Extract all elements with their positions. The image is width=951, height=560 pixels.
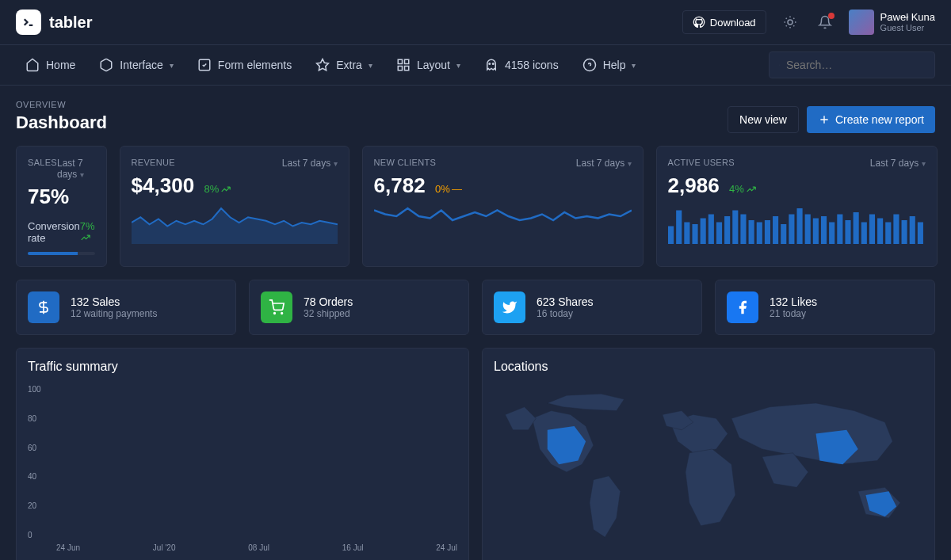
svg-rect-14 — [700, 219, 705, 245]
checkbox-icon — [197, 58, 212, 72]
kpi-label: NEW CLIENTS — [374, 158, 436, 167]
svg-rect-3 — [404, 59, 408, 63]
stat-sales-card[interactable]: 132 Sales12 waiting payments — [16, 280, 236, 335]
home-icon — [25, 58, 40, 72]
svg-point-6 — [489, 63, 491, 65]
kpi-label: ACTIVE USERS — [668, 158, 735, 167]
logo[interactable]: tabler — [16, 10, 92, 35]
svg-rect-34 — [861, 223, 866, 245]
plus-icon — [818, 113, 831, 126]
svg-rect-13 — [692, 224, 697, 244]
download-button[interactable]: Download — [682, 10, 766, 34]
trend-up-icon — [746, 184, 757, 195]
chevron-down-icon: ▾ — [632, 61, 636, 70]
svg-rect-38 — [893, 215, 899, 245]
svg-point-0 — [788, 20, 792, 25]
stat-title: 623 Shares — [537, 295, 594, 308]
locations-card: Locations — [482, 348, 935, 560]
period-select[interactable]: Last 7 days ▾ — [57, 158, 95, 180]
traffic-chart: 100806040200 24 JunJul '2008 Jul16 Jul24… — [28, 385, 457, 559]
period-select[interactable]: Last 7 days ▾ — [870, 158, 926, 169]
svg-rect-16 — [716, 223, 722, 245]
search-input[interactable] — [786, 59, 925, 71]
navbar: Home Interface▾ Form elements Extra▾ Lay… — [0, 45, 951, 86]
user-role: Guest User — [880, 23, 935, 33]
kpi-change: 8% — [204, 183, 232, 195]
nav-help[interactable]: Help▾ — [573, 51, 646, 78]
page-title: Dashboard — [16, 112, 107, 133]
theme-toggle[interactable] — [779, 11, 801, 33]
period-select[interactable]: Last 7 days ▾ — [282, 158, 338, 169]
stat-orders-card[interactable]: 78 Orders32 shipped — [249, 280, 469, 335]
svg-rect-27 — [804, 215, 810, 245]
kpi-value: $4,300 — [132, 173, 195, 198]
conversion-label: Conversion rate — [28, 220, 80, 246]
svg-rect-31 — [837, 215, 842, 245]
period-select[interactable]: Last 7 days ▾ — [576, 158, 632, 169]
nav-extra[interactable]: Extra▾ — [306, 51, 382, 78]
stat-shares-card[interactable]: 623 Shares16 today — [482, 280, 702, 335]
nav-layout[interactable]: Layout▾ — [387, 51, 470, 78]
stat-sub: 12 waiting payments — [71, 308, 157, 319]
svg-rect-32 — [845, 220, 850, 244]
content: OVERVIEW Dashboard New view Create new r… — [0, 86, 951, 560]
new-view-button[interactable]: New view — [728, 106, 799, 133]
kpi-value: 2,986 — [668, 173, 720, 198]
currency-icon — [28, 291, 59, 323]
create-report-button[interactable]: Create new report — [807, 106, 935, 133]
stat-title: 132 Sales — [71, 295, 157, 308]
kpi-value: 75% — [28, 185, 69, 209]
star-icon — [315, 58, 330, 72]
svg-rect-36 — [877, 219, 883, 245]
kpi-revenue-card: REVENUE Last 7 days ▾ $4,300 8% — [120, 146, 349, 267]
user-name: Paweł Kuna — [880, 11, 935, 24]
svg-rect-40 — [909, 216, 915, 244]
facebook-icon — [727, 291, 758, 323]
nav-form-elements[interactable]: Form elements — [188, 51, 301, 78]
svg-point-43 — [281, 313, 283, 314]
topbar: tabler Download Paweł Kuna Guest User — [0, 0, 951, 45]
svg-rect-10 — [668, 227, 674, 245]
chevron-down-icon: ▾ — [369, 61, 372, 70]
brand-name: tabler — [49, 13, 92, 32]
svg-rect-12 — [684, 223, 689, 245]
chart-title: Traffic summary — [28, 360, 457, 374]
chevron-down-icon: ▾ — [170, 61, 174, 70]
svg-rect-39 — [901, 220, 907, 244]
nav-interface[interactable]: Interface▾ — [90, 51, 182, 78]
download-label: Download — [710, 17, 756, 29]
svg-rect-26 — [796, 208, 802, 244]
stat-sub: 32 shipped — [304, 308, 353, 319]
page-overline: OVERVIEW — [16, 100, 107, 109]
nav-home[interactable]: Home — [16, 51, 85, 78]
stat-title: 78 Orders — [304, 295, 353, 308]
logo-icon — [16, 10, 41, 35]
search-box[interactable] — [769, 51, 935, 78]
nav-icons[interactable]: 4158 icons — [475, 51, 568, 78]
chevron-down-icon: ▾ — [456, 61, 460, 70]
svg-rect-17 — [724, 216, 730, 244]
svg-rect-20 — [748, 220, 754, 244]
svg-rect-18 — [732, 211, 738, 245]
kpi-clients-card: NEW CLIENTS Last 7 days ▾ 6,782 0% — — [362, 146, 644, 267]
stat-likes-card[interactable]: 132 Likes21 today — [715, 280, 935, 335]
svg-rect-28 — [812, 219, 818, 245]
svg-rect-33 — [853, 212, 858, 244]
svg-rect-15 — [708, 215, 713, 245]
stat-sub: 21 today — [770, 308, 817, 319]
ghost-icon — [484, 58, 498, 72]
notifications-button[interactable] — [814, 11, 836, 33]
svg-rect-2 — [398, 59, 402, 63]
svg-rect-41 — [917, 223, 922, 245]
sun-icon — [783, 15, 797, 29]
kpi-change: 0% — — [435, 183, 462, 195]
svg-rect-5 — [404, 67, 408, 70]
svg-rect-4 — [398, 67, 402, 70]
package-icon — [99, 58, 113, 72]
svg-rect-21 — [756, 223, 762, 245]
svg-rect-23 — [773, 216, 778, 244]
help-icon — [582, 58, 597, 72]
svg-point-9 — [779, 65, 780, 66]
traffic-summary-card: Traffic summary 100806040200 24 JunJul '… — [16, 348, 469, 560]
user-menu[interactable]: Paweł Kuna Guest User — [849, 10, 935, 35]
